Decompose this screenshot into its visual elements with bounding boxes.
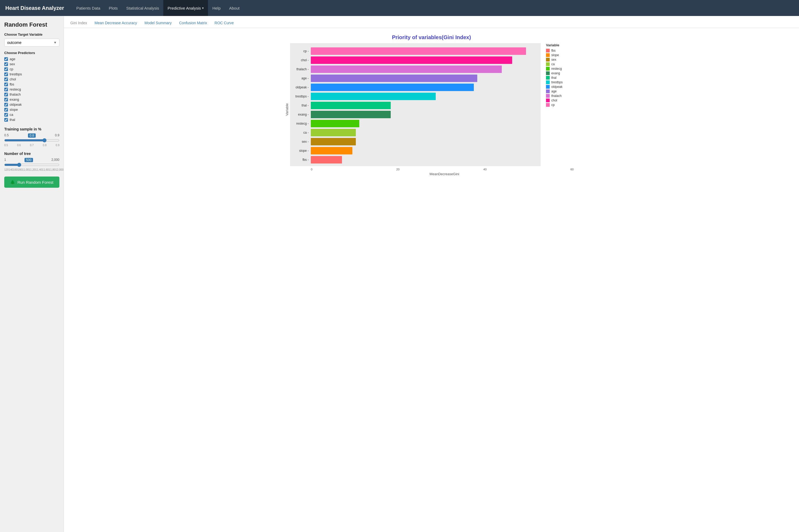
predictor-checkbox-thal[interactable] <box>4 118 8 122</box>
predictor-item-age: age <box>4 57 59 61</box>
legend-label-trestbps: trestbps <box>551 80 563 84</box>
legend-item-restecg: restecg <box>546 67 578 71</box>
predictor-label-ca: ca <box>9 113 13 117</box>
predictor-checkbox-thalach[interactable] <box>4 93 8 96</box>
predictor-checkbox-restecg[interactable] <box>4 88 8 91</box>
nav-item-statistical-analysis[interactable]: Statistical Analysis <box>122 0 163 16</box>
predictor-label-thalach: thalach <box>9 92 21 96</box>
legend-item-exang: exang <box>546 71 578 75</box>
x-tick: 0 <box>311 168 312 171</box>
legend-color-fbs <box>546 49 550 53</box>
nav-item-patients-data[interactable]: Patients Data <box>72 0 105 16</box>
bar-row-trestbps: trestbps - <box>290 93 536 100</box>
bar-label-chol: chol - <box>290 58 309 62</box>
predictor-checkbox-exang[interactable] <box>4 98 8 101</box>
tree-slider-labels: 1 500 2,000 <box>4 158 59 162</box>
bar-fill-thalach <box>311 65 502 73</box>
bar-fill-cp <box>311 48 526 55</box>
predictor-item-oldpeak: oldpeak <box>4 102 59 107</box>
tab-mean-decrease-accuracy[interactable]: Mean Decrease Accuracy <box>94 19 138 28</box>
nav-item-about[interactable]: About <box>225 0 244 16</box>
bar-track-oldpeak <box>311 83 536 91</box>
predictor-label-fbs: fbs <box>9 82 14 86</box>
bar-label-thal: thal - <box>290 103 309 107</box>
tree-tick: 1,801 <box>50 168 57 171</box>
training-min: 0.5 <box>4 133 9 138</box>
training-label: Training sample in % <box>4 127 59 131</box>
nav-item-plots[interactable]: Plots <box>105 0 122 16</box>
tab-model-summary[interactable]: Model Summary <box>144 19 173 28</box>
legend-item-ca: ca <box>546 62 578 66</box>
legend-color-cp <box>546 103 550 107</box>
legend-label-thal: thal <box>551 76 556 80</box>
predictor-checkbox-fbs[interactable] <box>4 82 8 86</box>
bar-track-slope <box>311 147 536 154</box>
tab-confusion-matrix[interactable]: Confusion Matrix <box>178 19 208 28</box>
bar-fill-restecg <box>311 120 359 127</box>
bar-label-cp: cp - <box>290 49 309 53</box>
nav-item-predictive-analysis[interactable]: Predictive Analysis▾ <box>163 0 208 16</box>
bar-row-ca: ca - <box>290 129 536 136</box>
bar-track-thalach <box>311 65 536 73</box>
tree-tick: 801 <box>19 168 24 171</box>
training-tick: 0.8 <box>43 144 46 147</box>
predictor-checkbox-sex[interactable] <box>4 62 8 66</box>
tab-roc-curve[interactable]: ROC Curve <box>214 19 235 28</box>
bar-fill-oldpeak <box>311 83 474 91</box>
predictor-label-sex: sex <box>9 62 15 66</box>
legend-label-ca: ca <box>551 62 555 66</box>
chart-container: Variable cp -chol -thalach -age -oldpeak… <box>285 43 578 176</box>
nav-item-help[interactable]: Help <box>208 0 225 16</box>
bar-track-trestbps <box>311 93 536 100</box>
predictor-checkbox-oldpeak[interactable] <box>4 103 8 107</box>
legend-color-oldpeak <box>546 85 550 89</box>
run-button[interactable]: 🌲 Run Random Forest <box>4 176 59 188</box>
legend-item-cp: cp <box>546 103 578 107</box>
legend-item-sex: sex <box>546 58 578 61</box>
training-slider[interactable] <box>4 138 59 142</box>
predictor-item-exang: exang <box>4 97 59 101</box>
legend-label-oldpeak: oldpeak <box>551 85 563 89</box>
legend-item-fbs: fbs <box>546 49 578 53</box>
legend-item-thalach: thalach <box>546 94 578 98</box>
caret-icon: ▾ <box>202 6 204 10</box>
legend-color-slope <box>546 53 550 57</box>
legend-item-thal: thal <box>546 76 578 80</box>
run-button-label: Run Random Forest <box>17 180 53 185</box>
tree-tick: 401 <box>10 168 15 171</box>
training-tick: 0.7 <box>30 144 34 147</box>
predictor-label-thal: thal <box>9 118 15 122</box>
bar-track-restecg <box>311 120 536 127</box>
chart-title: Priority of variables(Gini Index) <box>392 34 471 40</box>
bar-row-slope: slope - <box>290 147 536 154</box>
tab-gini-index[interactable]: Gini Index <box>69 19 88 28</box>
tree-label: Number of tree <box>4 152 59 156</box>
predictor-item-chol: chol <box>4 77 59 81</box>
tree-slider[interactable] <box>4 163 59 167</box>
training-tick: 0.5 <box>4 144 8 147</box>
legend-items: fbsslopesexcarestecgexangthaltrestbpsold… <box>546 49 578 107</box>
bar-row-sex: sex - <box>290 138 536 145</box>
predictor-checkbox-cp[interactable] <box>4 68 8 71</box>
tree-icon: 🌲 <box>10 180 15 185</box>
predictor-item-ca: ca <box>4 113 59 117</box>
bar-fill-age <box>311 75 477 82</box>
legend-color-age <box>546 90 550 93</box>
legend-label-thalach: thalach <box>551 94 562 98</box>
predictor-label-slope: slope <box>9 108 18 112</box>
target-variable-label: Choose Target Variable <box>4 33 59 37</box>
bar-fill-slope <box>311 147 353 154</box>
predictor-checkbox-age[interactable] <box>4 57 8 61</box>
training-sample-wrap: Training sample in % 0.5 0.8 0.9 0.50.60… <box>4 127 59 147</box>
predictor-checkbox-chol[interactable] <box>4 77 8 81</box>
target-variable-select[interactable]: outcome <box>4 39 59 46</box>
predictor-checkbox-trestbps[interactable] <box>4 72 8 76</box>
predictor-checkbox-ca[interactable] <box>4 113 8 117</box>
bar-row-fbs: fbs - <box>290 156 536 164</box>
sidebar-title: Random Forest <box>4 21 59 28</box>
predictor-label-cp: cp <box>9 67 13 71</box>
legend-color-chol <box>546 98 550 102</box>
predictor-checkbox-slope[interactable] <box>4 108 8 112</box>
bar-label-fbs: fbs - <box>290 158 309 162</box>
content-area: Gini IndexMean Decrease AccuracyModel Su… <box>64 16 799 532</box>
